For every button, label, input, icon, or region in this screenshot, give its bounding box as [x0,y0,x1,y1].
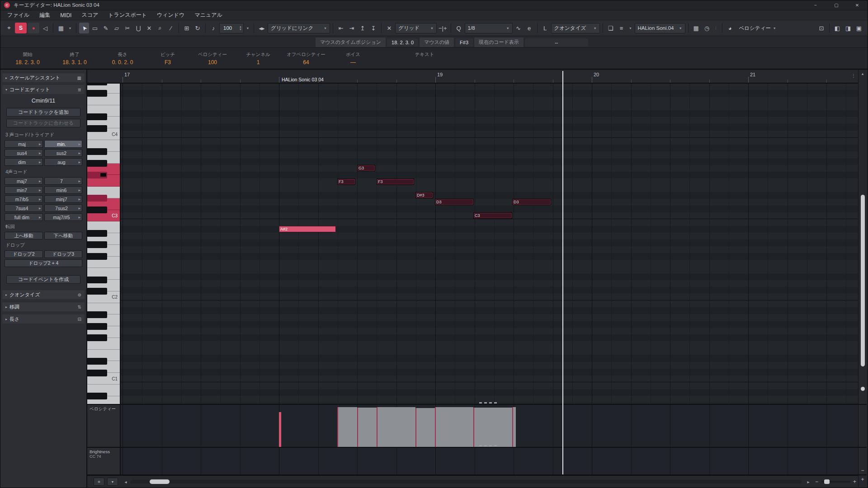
midi-note[interactable]: C3 [473,212,512,219]
chord-button[interactable]: maj▶ [5,140,43,148]
chord-button[interactable]: dim▶ [5,158,43,166]
match-chord-track-button[interactable]: コードトラックに合わせる [6,119,80,127]
lane-menu-button[interactable]: ▼ [107,478,118,486]
piano-keyboard[interactable]: C4C3C2C1 [87,84,121,404]
piano-black-key[interactable] [87,113,107,120]
length-adjust-icon[interactable]: −|+ [438,23,448,33]
mute-tool[interactable]: ✕ [144,23,154,33]
piano-black-key[interactable] [87,148,107,155]
chord-button[interactable]: maj7▶ [5,177,43,185]
menu-item[interactable]: ウィンドウ [152,11,189,19]
toolbar-setup-caret[interactable]: ▼ [67,23,73,33]
erase-tool[interactable]: ▱ [112,23,122,33]
piano-black-key[interactable] [87,160,107,167]
close-button[interactable]: ✕ [847,0,868,10]
vzoom-handle[interactable] [861,387,865,391]
menu-item[interactable]: 編集 [34,11,55,19]
glue-tool[interactable]: ⋃ [133,23,143,33]
quantize-preset-dropdown[interactable]: 1/8▼ [465,23,513,33]
velocity-bar[interactable] [512,407,516,447]
add-chord-track-button[interactable]: コードトラックを追加 [6,108,80,117]
vzoom-in-button[interactable]: + [859,476,867,483]
insert-velocity-icon[interactable]: ♪ [208,23,218,33]
chord-button[interactable]: minj7▶ [44,195,83,203]
playhead[interactable] [562,71,563,474]
info-field-channel[interactable]: チャンネル1 [236,48,281,69]
record-in-editor-button[interactable]: ● [28,23,39,33]
chord-button[interactable]: aug▶ [44,158,83,166]
horizontal-scroll-track[interactable] [131,480,802,483]
vzoom-out-button[interactable]: − [859,467,867,474]
zoom-tool[interactable]: ⌕ [155,23,165,33]
midi-note[interactable]: A#2 [279,226,336,232]
piano-black-key[interactable] [87,195,107,202]
info-field-length[interactable]: 長さ0. 0. 2. 0 [99,48,146,69]
chord-button[interactable]: maj7/#5▶ [44,213,83,221]
piano-black-key[interactable] [87,125,107,132]
info-field-text[interactable]: テキスト [375,48,474,69]
midi-note[interactable]: D3 [512,199,551,205]
minimize-button[interactable]: − [805,0,826,10]
lane-resize-handle[interactable] [479,402,499,404]
info-field-end[interactable]: 終了18. 3. 1. 0 [50,48,99,69]
event-colors-icon[interactable]: ◕ [725,23,735,33]
midi-note[interactable]: D3 [435,199,474,205]
ruler-options-icon[interactable]: ⋮ [851,73,856,78]
grid-type-dropdown[interactable]: グリッド▼ [395,23,437,33]
section-quantize[interactable]: ▸ クオンタイズ ⊚ [2,290,85,299]
scroll-right-icon[interactable]: ▸ [805,479,811,485]
velocity-bar-selected[interactable] [279,412,281,447]
velocity-bar[interactable] [415,408,435,447]
lane-divider[interactable] [87,404,867,405]
velocity-bar[interactable] [357,408,377,447]
piano-black-key[interactable] [87,370,107,376]
piano-black-key[interactable] [87,90,107,97]
event-colors-dropdown[interactable]: ベロシティー▼ [736,23,779,33]
pin-icon[interactable]: ⌖ [4,23,14,33]
nudge-start-left-button[interactable]: ⇤ [336,23,346,33]
length-quantize-icon[interactable]: L [540,23,550,33]
part-list-caret[interactable]: ▼ [627,23,634,33]
snap-icon[interactable]: ◂▸ [257,23,267,33]
chord-button[interactable]: full dim▶ [5,213,43,221]
grid-overlay-button[interactable]: ▦ [691,23,701,33]
piano-black-key[interactable] [87,334,107,341]
scroll-up-icon[interactable]: ▴ [859,71,867,76]
nudge-down-button[interactable]: ↧ [368,23,378,33]
info-field-velocity[interactable]: ベロシティー100 [189,48,236,69]
section-transpose[interactable]: ▸ 移調 ⇅ [2,302,85,311]
open-quantize-panel-button[interactable]: e [524,23,534,33]
vertical-scroll-thumb[interactable] [861,195,865,366]
chord-button[interactable]: 下へ移動 [44,232,83,239]
value-stepper[interactable]: ▲▼ [239,25,242,31]
create-chord-event-button[interactable]: コードイベントを作成 [6,275,80,284]
bottom-zone-toggle[interactable]: ◨ [843,23,853,33]
menu-item[interactable]: スコア [76,11,103,19]
more-options-caret[interactable]: ⋮ [713,23,719,33]
midi-note[interactable]: F3 [377,178,414,185]
menu-item[interactable]: MIDI [55,12,76,19]
edit-active-part-only-button[interactable]: ≡ [617,23,627,33]
part-selector-dropdown[interactable]: HALion Soni.04▼ [635,23,685,33]
autoscroll-button[interactable]: ⊞ [182,23,192,33]
midi-note[interactable]: F3 [337,178,355,185]
velocity-bar[interactable] [473,408,512,447]
section-length[interactable]: ▸ 長さ ⊟ [2,314,85,324]
nudge-up-button[interactable]: ↥ [358,23,368,33]
piano-black-key[interactable] [87,288,107,295]
chord-button[interactable]: ドロップ2 + 4 [5,259,82,267]
add-lane-button[interactable]: + [94,478,104,486]
hzoom-out-button[interactable]: − [815,479,818,485]
maximize-button[interactable]: ▢ [826,0,847,10]
range-selection-tool[interactable]: ▭ [90,23,100,33]
piano-black-key[interactable] [87,311,107,318]
audiowarp-quantize-button[interactable]: ∿ [514,23,524,33]
velocity-bar[interactable] [435,407,473,447]
info-field-start[interactable]: 開始18. 2. 3. 0 [5,48,50,69]
velocity-bar[interactable] [337,407,357,447]
cc-area[interactable] [121,448,858,474]
line-tool[interactable]: ∕ [166,23,176,33]
hzoom-slider-thumb[interactable] [824,479,830,484]
chord-button[interactable]: min7▶ [5,186,43,194]
piano-black-key[interactable] [87,241,107,248]
